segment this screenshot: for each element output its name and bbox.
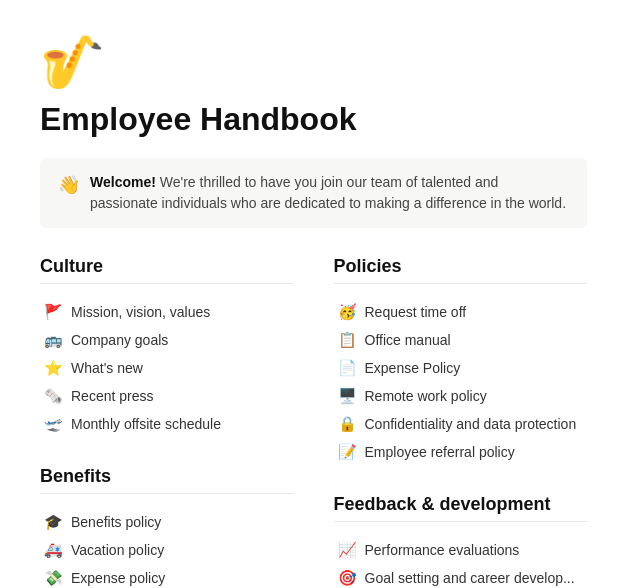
list-item[interactable]: 🔒 Confidentiality and data protection xyxy=(334,410,588,438)
item-emoji: 🚌 xyxy=(44,331,63,349)
list-item[interactable]: 📋 Office manual xyxy=(334,326,588,354)
policies-list: 🥳 Request time off 📋 Office manual 📄 Exp… xyxy=(334,298,588,466)
feedback-list: 📈 Performance evaluations 🎯 Goal setting… xyxy=(334,536,588,588)
list-item[interactable]: ⭐ What's new xyxy=(40,354,294,382)
item-label: Confidentiality and data protection xyxy=(365,416,577,432)
list-item[interactable]: 🥳 Request time off xyxy=(334,298,588,326)
item-label: Recent press xyxy=(71,388,153,404)
list-item[interactable]: 📝 Employee referral policy xyxy=(334,438,588,466)
item-emoji: 🔒 xyxy=(338,415,357,433)
item-emoji: 💸 xyxy=(44,569,63,587)
benefits-title: Benefits xyxy=(40,466,294,494)
item-label: Benefits policy xyxy=(71,514,161,530)
feedback-section: Feedback & development 📈 Performance eva… xyxy=(334,494,588,588)
item-label: Goal setting and career develop... xyxy=(365,570,575,586)
list-item[interactable]: 🖥️ Remote work policy xyxy=(334,382,588,410)
policies-section: Policies 🥳 Request time off 📋 Office man… xyxy=(334,256,588,466)
benefits-list: 🎓 Benefits policy 🚑 Vacation policy 💸 Ex… xyxy=(40,508,294,588)
item-emoji: 📋 xyxy=(338,331,357,349)
item-emoji: 🗞️ xyxy=(44,387,63,405)
item-label: Company goals xyxy=(71,332,168,348)
item-emoji: 🎓 xyxy=(44,513,63,531)
item-label: Vacation policy xyxy=(71,542,164,558)
list-item[interactable]: 📄 Expense Policy xyxy=(334,354,588,382)
list-item[interactable]: 🗞️ Recent press xyxy=(40,382,294,410)
welcome-text: Welcome! We're thrilled to have you join… xyxy=(90,172,569,214)
culture-list: 🚩 Mission, vision, values 🚌 Company goal… xyxy=(40,298,294,438)
item-emoji: 🚑 xyxy=(44,541,63,559)
item-emoji: 📄 xyxy=(338,359,357,377)
item-emoji: 🚩 xyxy=(44,303,63,321)
item-label: Mission, vision, values xyxy=(71,304,210,320)
list-item[interactable]: 🚌 Company goals xyxy=(40,326,294,354)
list-item[interactable]: 🚩 Mission, vision, values xyxy=(40,298,294,326)
wave-icon: 👋 xyxy=(58,172,80,199)
item-emoji: 🖥️ xyxy=(338,387,357,405)
item-label: Office manual xyxy=(365,332,451,348)
item-label: Remote work policy xyxy=(365,388,487,404)
policies-title: Policies xyxy=(334,256,588,284)
item-label: Employee referral policy xyxy=(365,444,515,460)
benefits-section: Benefits 🎓 Benefits policy 🚑 Vacation po… xyxy=(40,466,294,588)
welcome-bold: Welcome! xyxy=(90,174,156,190)
list-item[interactable]: 🎯 Goal setting and career develop... xyxy=(334,564,588,588)
logo-emoji: 🎷 xyxy=(40,32,587,93)
culture-title: Culture xyxy=(40,256,294,284)
item-label: What's new xyxy=(71,360,143,376)
list-item[interactable]: 🛫 Monthly offsite schedule xyxy=(40,410,294,438)
item-label: Expense policy xyxy=(71,570,165,586)
item-label: Monthly offsite schedule xyxy=(71,416,221,432)
item-label: Request time off xyxy=(365,304,467,320)
list-item[interactable]: 🚑 Vacation policy xyxy=(40,536,294,564)
culture-section: Culture 🚩 Mission, vision, values 🚌 Comp… xyxy=(40,256,294,438)
item-emoji: 🎯 xyxy=(338,569,357,587)
feedback-title: Feedback & development xyxy=(334,494,588,522)
page-title: Employee Handbook xyxy=(40,101,587,138)
item-emoji: ⭐ xyxy=(44,359,63,377)
item-emoji: 🛫 xyxy=(44,415,63,433)
item-emoji: 🥳 xyxy=(338,303,357,321)
item-label: Expense Policy xyxy=(365,360,461,376)
list-item[interactable]: 🎓 Benefits policy xyxy=(40,508,294,536)
list-item[interactable]: 📈 Performance evaluations xyxy=(334,536,588,564)
item-emoji: 📝 xyxy=(338,443,357,461)
item-label: Performance evaluations xyxy=(365,542,520,558)
item-emoji: 📈 xyxy=(338,541,357,559)
welcome-body: We're thrilled to have you join our team… xyxy=(90,174,566,211)
welcome-banner: 👋 Welcome! We're thrilled to have you jo… xyxy=(40,158,587,228)
list-item[interactable]: 💸 Expense policy xyxy=(40,564,294,588)
